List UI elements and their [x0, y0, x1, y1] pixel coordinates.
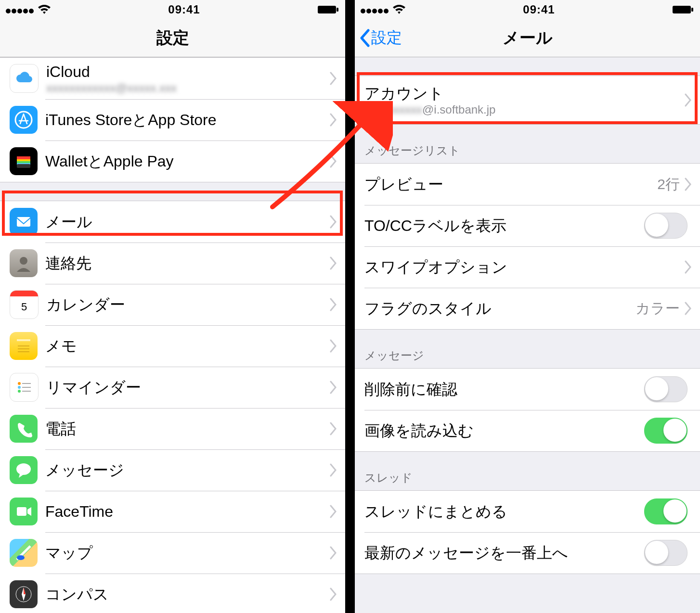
mail-row-accounts[interactable]: アカウント xxxxxxxxxx@i.softbank.jp	[355, 76, 700, 124]
nav-bar: 設定 メール	[355, 19, 700, 57]
svg-rect-22	[17, 507, 26, 516]
mail-settings-screen: 09:41 設定 メール アカウント xxxxxxxxxx@i.softbank…	[355, 0, 700, 613]
mail-row-tocc-label[interactable]: TO/CCラベルを表示	[355, 205, 700, 246]
row-label: アカウント	[364, 84, 685, 102]
svg-point-16	[18, 386, 21, 389]
row-label: 削除前に確認	[364, 380, 644, 398]
chevron-right-icon	[330, 463, 337, 477]
settings-row-mail[interactable]: メール	[0, 201, 345, 243]
chevron-right-icon	[685, 260, 692, 274]
icloud-icon	[10, 64, 39, 93]
svg-rect-25	[673, 6, 691, 13]
svg-rect-1	[337, 8, 338, 12]
row-label: スワイプオプション	[364, 258, 685, 276]
settings-row-contacts[interactable]: 連絡先	[0, 243, 345, 284]
nav-bar: 設定	[0, 19, 345, 57]
toggle-switch[interactable]	[644, 540, 687, 566]
row-label: カレンダー	[46, 295, 330, 314]
section-header-thread: スレッド	[355, 470, 700, 490]
row-label: 最新のメッセージを一番上へ	[364, 544, 644, 562]
settings-row-maps[interactable]: マップ	[0, 532, 345, 574]
statusbar-time: 09:41	[523, 3, 555, 16]
chevron-right-icon	[330, 505, 337, 518]
mail-row-organize-thread[interactable]: スレッドにまとめる	[355, 491, 700, 532]
messages-icon	[10, 456, 38, 484]
settings-row-notes[interactable]: メモ	[0, 325, 345, 367]
row-label: リマインダー	[46, 378, 330, 396]
section-header-message-list: メッセージリスト	[355, 143, 700, 163]
chevron-right-icon	[330, 215, 337, 229]
svg-rect-8	[17, 217, 30, 227]
toggle-switch[interactable]	[644, 213, 687, 239]
row-label: メール	[45, 213, 330, 231]
mail-group-message-list: メッセージリスト プレビュー 2行 TO/CCラベルを表示 スワイプオプション	[355, 143, 700, 330]
toggle-switch[interactable]	[644, 498, 687, 524]
settings-row-icloud[interactable]: iCloud xxxxxxxxxxxx@xxxxx.xxx	[0, 58, 345, 99]
reminders-icon	[10, 373, 39, 402]
row-subtitle: xxxxxxxxxx@i.softbank.jp	[364, 103, 685, 116]
battery-icon	[672, 4, 694, 15]
settings-row-compass[interactable]: コンパス	[0, 574, 345, 613]
chevron-right-icon	[685, 178, 692, 191]
toggle-switch[interactable]	[644, 376, 687, 402]
row-label: メモ	[45, 337, 330, 355]
wallet-icon	[10, 147, 38, 175]
mail-icon	[10, 208, 38, 236]
settings-row-wallet[interactable]: WalletとApple Pay	[0, 140, 345, 182]
chevron-right-icon	[330, 339, 337, 353]
settings-screen: 09:41 設定 iCloud xxxxxxxxxxxx@xxxxx.xxx	[0, 0, 345, 613]
chevron-right-icon	[330, 72, 337, 85]
mail-row-confirm-before-delete[interactable]: 削除前に確認	[355, 369, 700, 410]
row-label: iCloud	[46, 63, 330, 81]
settings-group-apps: メール 連絡先 5 カレンダー	[0, 201, 345, 613]
svg-rect-7	[17, 164, 30, 168]
settings-row-facetime[interactable]: FaceTime	[0, 491, 345, 532]
signal-dots-icon	[6, 3, 35, 16]
svg-point-17	[18, 390, 21, 393]
row-label: TO/CCラベルを表示	[364, 217, 644, 235]
chevron-right-icon	[330, 422, 337, 435]
chevron-right-icon	[330, 154, 337, 168]
maps-icon	[10, 539, 38, 567]
settings-row-calendar[interactable]: 5 カレンダー	[0, 284, 345, 325]
toggle-switch[interactable]	[644, 418, 687, 444]
signal-dots-icon	[361, 3, 389, 16]
svg-point-9	[20, 257, 27, 265]
row-label: マップ	[45, 544, 330, 562]
mail-row-newest-on-top[interactable]: 最新のメッセージを一番上へ	[355, 532, 700, 574]
notes-icon	[10, 332, 38, 360]
chevron-right-icon	[330, 587, 337, 601]
chevron-right-icon	[685, 93, 692, 107]
compass-icon	[10, 580, 38, 608]
wifi-icon	[392, 4, 406, 15]
row-label: フラグのスタイル	[364, 299, 635, 318]
mail-row-flag-style[interactable]: フラグのスタイル カラー	[355, 288, 700, 329]
statusbar-time: 09:41	[168, 3, 200, 16]
back-button[interactable]: 設定	[359, 27, 402, 49]
settings-row-phone[interactable]: 電話	[0, 408, 345, 449]
mail-row-swipe-options[interactable]: スワイプオプション	[355, 246, 700, 288]
settings-row-itunes-store[interactable]: iTunes StoreとApp Store	[0, 99, 345, 140]
mail-group-thread: スレッド スレッドにまとめる 最新のメッセージを一番上へ	[355, 470, 700, 574]
svg-point-15	[18, 382, 21, 385]
wifi-icon	[38, 4, 51, 15]
phone-icon	[10, 415, 38, 443]
svg-rect-0	[318, 6, 336, 13]
section-header-message: メッセージ	[355, 348, 700, 368]
appstore-icon	[10, 106, 38, 134]
svg-text:5: 5	[21, 301, 27, 313]
facetime-icon	[10, 498, 38, 525]
row-label: プレビュー	[364, 175, 657, 193]
chevron-left-icon	[359, 28, 370, 48]
row-label: 電話	[45, 420, 330, 438]
chevron-right-icon	[330, 113, 337, 127]
mail-row-load-images[interactable]: 画像を読み込む	[355, 410, 700, 451]
settings-group-apple: iCloud xxxxxxxxxxxx@xxxxx.xxx iTunes Sto…	[0, 57, 345, 182]
mail-row-preview[interactable]: プレビュー 2行	[355, 164, 700, 205]
settings-row-messages[interactable]: メッセージ	[0, 449, 345, 491]
page-title: 設定	[156, 27, 189, 49]
chevron-right-icon	[330, 381, 337, 394]
row-label: iTunes StoreとApp Store	[45, 111, 330, 129]
svg-point-23	[17, 555, 25, 560]
settings-row-reminders[interactable]: リマインダー	[0, 367, 345, 408]
